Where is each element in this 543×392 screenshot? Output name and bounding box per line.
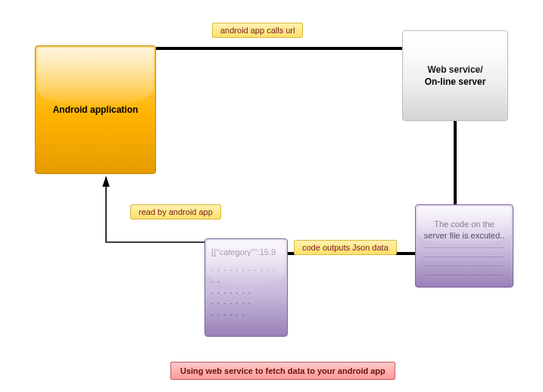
node-json-output: [{"category"":15.9 . . . . . . . . . . .… — [204, 238, 288, 337]
serverfile-text-2: server file is excuted.. — [424, 230, 504, 241]
node-web-service: Web service/ On-line server — [402, 30, 508, 121]
edge-label-read: read by android app — [130, 204, 221, 219]
dots: ............................... — [423, 260, 506, 269]
server-label-2: On-line server — [425, 76, 486, 88]
node-android-application: Android application — [35, 45, 156, 174]
dots: . . . . . . — [211, 307, 245, 319]
node-server-file: The code on the server file is excuted..… — [415, 204, 513, 288]
dots: ............................... — [423, 241, 506, 250]
server-label-1: Web service/ — [427, 64, 482, 76]
edge-label-output: code outputs Json data — [294, 240, 397, 255]
android-label: Android application — [53, 104, 139, 116]
serverfile-text-1: The code on the — [434, 219, 495, 230]
edge-label-call-url: android app calls url — [212, 23, 303, 38]
json-sample: [{"category"":15.9 — [211, 247, 276, 258]
dots: . . . . . . . . . . . . . — [211, 263, 281, 285]
diagram-caption: Using web service to fetch data to your … — [170, 362, 395, 380]
dots: . . . . . . . — [211, 285, 251, 297]
dots: . . . . . . . — [211, 296, 251, 307]
dots: ............................... — [423, 269, 506, 278]
dots: ............................... — [423, 250, 506, 260]
